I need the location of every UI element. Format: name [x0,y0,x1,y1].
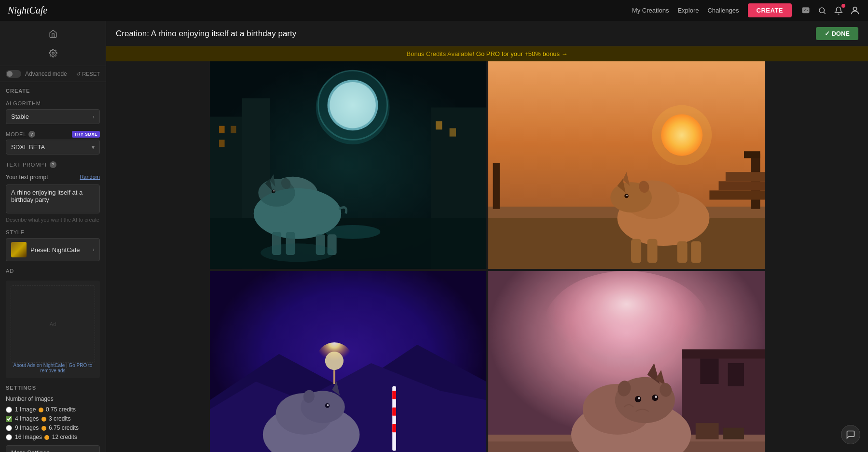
reset-link[interactable]: ↺ RESET [76,71,100,77]
option-4-images[interactable]: 4 Images 3 credits [6,415,100,422]
model-row: MODEL ? TRY SDXL [6,131,100,138]
settings-section: SETTINGS Number of Images 1 Image 0.75 c… [6,385,100,452]
bonus-text: Bonus Credits Available! [407,50,475,57]
advanced-mode-toggle[interactable] [6,70,21,78]
nav-my-creations[interactable]: My Creations [632,7,669,14]
credit-icon-9 [41,426,46,431]
algorithm-label: ALGORITHM [6,100,100,106]
notification-badge [841,4,845,8]
sidebar-settings-icon[interactable] [44,44,62,62]
content-header: Creation: A rhino enjoying itself at a b… [106,21,868,46]
main-layout: Advanced mode ↺ RESET CREATE ALGORITHM S… [0,21,868,452]
label-16-images: 16 Images 12 credits [15,434,77,440]
more-settings-label: More Settings [11,449,50,452]
style-thumb [11,242,27,257]
game-icon[interactable] [800,5,811,16]
algorithm-value: Stable [11,113,29,120]
ad-links: About Ads on NightCafe | Go PRO to remov… [11,363,95,373]
text-prompt-label: TEXT PROMPT ? [6,161,56,168]
svg-rect-15 [435,121,441,129]
about-ads-link[interactable]: About Ads on NightCafe [14,363,65,368]
style-section: STYLE Preset: NightCafe › [6,229,100,261]
main-content: Creation: A rhino enjoying itself at a b… [106,21,868,452]
content-title: Creation: A rhino enjoying itself at a b… [116,29,296,39]
option-9-images[interactable]: 9 Images 6.75 credits [6,424,100,431]
done-button[interactable]: ✓ DONE [816,27,858,40]
credit-icon-4 [41,417,46,422]
svg-rect-13 [219,140,224,147]
label-4-images: 4 Images 3 credits [15,415,70,422]
ad-section: Ad About Ads on NightCafe | Go PRO to re… [6,281,100,378]
search-icon[interactable] [817,5,827,16]
svg-rect-56 [488,61,765,269]
more-settings-button[interactable]: More Settings › [6,445,100,452]
chat-button[interactable] [841,425,860,444]
more-settings-chevron: › [93,450,95,452]
model-select[interactable]: SDXL BETA ▾ [6,140,100,155]
nav-explore[interactable]: Explore [677,7,699,14]
sidebar-content: CREATE ALGORITHM Stable › MODEL ? TRY SD… [0,82,106,452]
radio-16-images[interactable] [6,434,12,440]
sidebar-home-icon[interactable] [44,25,62,42]
image-cell-4[interactable]: 👁 ⧉ ⤢ ⬇ ☰ [488,271,765,452]
prompt-textarea[interactable]: A rhino enjoying itself at a birthday pa… [6,184,100,213]
advanced-mode-label: Advanced mode [25,71,67,77]
notification-icon[interactable] [833,5,844,16]
images-area: 👁 ⧉ ⤢ ⬇ ☰ [106,61,868,452]
random-link[interactable]: Random [80,174,100,180]
num-images-title: Number of Images [6,396,100,402]
bonus-link[interactable]: Go PRO for your +50% bonus → [476,50,568,57]
prompt-help-icon[interactable]: ? [50,161,56,168]
algorithm-select[interactable]: Stable › [6,109,100,124]
credit-icon-16 [44,435,49,440]
style-preset-left: Preset: NightCafe [11,242,80,257]
sidebar: Advanced mode ↺ RESET CREATE ALGORITHM S… [0,21,106,452]
try-sdxl-badge[interactable]: TRY SDXL [72,131,100,138]
image-cell-3[interactable] [210,271,486,452]
svg-point-2 [853,7,856,10]
svg-rect-14 [230,126,235,133]
nav-create-button[interactable]: CREATE [748,3,792,17]
svg-point-7 [330,82,376,128]
checkbox-4-images[interactable] [6,416,12,422]
top-nav: NightCafe My Creations Explore Challenge… [0,0,868,21]
avatar[interactable] [850,5,860,16]
ad-label: AD [6,268,100,274]
option-1-image[interactable]: 1 Image 0.75 credits [6,406,100,413]
radio-9-images[interactable] [6,425,12,431]
model-value: SDXL BETA [11,143,45,151]
radio-1-image[interactable] [6,407,12,413]
svg-point-0 [819,8,825,13]
nav-icons [800,5,860,16]
svg-point-32 [261,243,334,262]
app-logo: NightCafe [8,5,47,16]
style-preset-name: Preset: NightCafe [30,246,80,254]
nav-challenges[interactable]: Challenges [707,7,739,14]
text-prompt-header: TEXT PROMPT ? [6,161,100,168]
toggle-knob [7,71,13,77]
svg-rect-12 [219,126,224,133]
algorithm-chevron: › [93,113,95,120]
label-9-images: 9 Images 6.75 credits [15,424,79,431]
settings-title: SETTINGS [6,385,100,391]
style-preset-box[interactable]: Preset: NightCafe › [6,238,100,261]
credit-icon [39,408,43,412]
model-help-icon[interactable]: ? [28,131,35,138]
svg-line-1 [824,12,825,14]
svg-rect-78 [210,271,486,452]
image-grid: 👁 ⧉ ⤢ ⬇ ☰ [210,61,765,452]
create-section-label: CREATE [6,88,100,94]
image-cell-2[interactable] [488,61,765,269]
option-16-images[interactable]: 16 Images 12 credits [6,434,100,440]
bonus-bar: Bonus Credits Available! Go PRO for your… [106,46,868,61]
style-chevron: › [93,246,95,253]
your-prompt-label: Your text prompt [6,174,48,181]
sidebar-top-icons [0,21,106,66]
nav-right: My Creations Explore Challenges CREATE [632,3,860,17]
svg-point-3 [52,52,54,55]
image-cell-1[interactable] [210,61,486,269]
model-chevron: ▾ [92,144,95,151]
model-label: MODEL ? [6,131,35,138]
ad-placeholder: Ad [11,285,95,363]
label-1-image: 1 Image 0.75 credits [15,406,76,413]
